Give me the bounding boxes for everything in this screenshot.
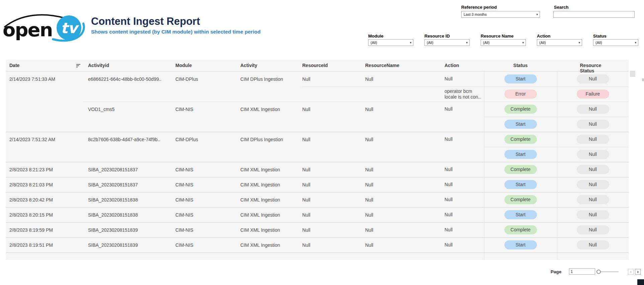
cell-resource-status: Null xyxy=(557,222,629,237)
vertical-scrollbar-thumb[interactable] xyxy=(630,71,635,77)
table-row[interactable]: 2/8/2023 8:19:59 PMSIBA_20230208151839CI… xyxy=(6,222,629,237)
cell-activity: CIM XML Ingestion xyxy=(240,162,300,177)
col-header-status[interactable]: Status xyxy=(513,63,528,68)
table-row[interactable]: operator bcm locale is not con..ErrorFai… xyxy=(6,87,629,102)
cell-resource_id: Null xyxy=(302,132,363,147)
cell-action: Null xyxy=(445,102,483,117)
cell-activityid: SIBA_20230208151838 xyxy=(88,192,173,207)
cell-status: Start xyxy=(484,117,557,132)
resource-status-pill: Null xyxy=(577,240,609,249)
table-header: Date Activityid Module Activity Resource… xyxy=(6,60,629,71)
cell-resource-status: Failure xyxy=(557,87,629,102)
filter-resource-id-dropdown[interactable]: (All) ▾ xyxy=(424,39,470,46)
resource-status-pill: Null xyxy=(577,120,609,129)
cell-status: Complete xyxy=(484,132,557,147)
cell-resource_id: Null xyxy=(302,71,363,87)
reference-period-value: Last 3 months xyxy=(464,12,487,16)
table-row[interactable]: 2/14/2023 7:51:33 AMe6866221-664c-48bb-8… xyxy=(6,71,629,87)
resource-status-pill: Null xyxy=(577,195,609,204)
cell-resource-status: Null xyxy=(557,192,629,207)
cell-status: Complete xyxy=(484,222,557,237)
col-header-activityid[interactable]: Activityid xyxy=(88,63,109,68)
filter-action-value: (All) xyxy=(539,41,546,45)
page-number-input[interactable] xyxy=(569,268,595,275)
cell-resource-status: Null xyxy=(557,132,629,147)
page-title: Content Ingest Report xyxy=(91,15,200,27)
filter-resource-id-label: Resource ID xyxy=(424,34,450,39)
cell-resource_id: Null xyxy=(302,177,363,192)
table-row[interactable]: 2/8/2023 8:21:03 PMSIBA_20230208151837CI… xyxy=(6,177,629,192)
table-row[interactable]: 2/8/2023 8:19:51 PMSIBA_20230208151839CI… xyxy=(6,237,629,252)
next-page-button[interactable]: › xyxy=(635,269,641,275)
cell-resource-status: Null xyxy=(557,177,629,192)
cell-resource-status: Null xyxy=(557,207,629,222)
search-input[interactable] xyxy=(553,11,635,18)
status-pill: Start xyxy=(504,240,537,249)
ingest-table: Date Activityid Module Activity Resource… xyxy=(6,60,629,260)
table-row[interactable]: StartNull xyxy=(6,117,629,132)
cell-resource_name: Null xyxy=(365,192,440,207)
page-slider-knob[interactable] xyxy=(596,270,601,274)
page-subtitle: Shows content ingested (by CIM module) w… xyxy=(91,29,260,35)
cell-resource-status: Null xyxy=(557,117,629,132)
resource-status-pill: Null xyxy=(577,180,609,189)
scrollbar-mark xyxy=(642,78,644,81)
filter-module-dropdown[interactable]: (All) ▾ xyxy=(368,39,413,46)
table-body: 2/14/2023 7:51:33 AMe6866221-664c-48bb-8… xyxy=(6,71,629,252)
cell-resource_id: Null xyxy=(302,192,363,207)
cell-status: Start xyxy=(484,177,557,192)
table-row[interactable]: 2/8/2023 8:21:23 PMSIBA_20230208151837CI… xyxy=(6,162,629,177)
cell-resource_id: Null xyxy=(302,222,363,237)
status-pill: Start xyxy=(504,150,537,159)
cell-date: 2/14/2023 7:51:32 AM xyxy=(9,132,71,147)
col-header-module[interactable]: Module xyxy=(175,63,192,68)
cell-activityid: VOD1_cms5 xyxy=(88,102,173,117)
status-pill: Start xyxy=(504,180,537,189)
col-header-activity[interactable]: Activity xyxy=(240,63,257,68)
page-slider-track[interactable] xyxy=(601,271,619,272)
filter-status-dropdown[interactable]: (All) ▾ xyxy=(593,39,638,46)
table-row[interactable]: StartNull xyxy=(6,147,629,162)
cell-module: CIM-NIS xyxy=(175,207,237,222)
cell-module: CIM-NIS xyxy=(175,177,237,192)
reference-period-dropdown[interactable]: Last 3 months ▾ xyxy=(461,11,540,18)
resource-status-pill: Null xyxy=(577,210,609,219)
chevron-down-icon: ▾ xyxy=(536,11,538,17)
cell-action: Null xyxy=(445,71,483,87)
resource-status-pill: Null xyxy=(577,135,609,144)
table-row[interactable]: VOD1_cms5CIM-NISCIM XML IngestionNullNul… xyxy=(6,102,629,117)
table-row[interactable]: 2/14/2023 7:51:32 AM8c2b7606-638b-4d47-a… xyxy=(6,132,629,147)
cell-status: Start xyxy=(484,207,557,222)
previous-page-button[interactable]: ‹ xyxy=(628,269,634,275)
cell-resource_id: Null xyxy=(302,237,363,252)
cell-status: Complete xyxy=(484,192,557,207)
chevron-down-icon: ▾ xyxy=(635,40,636,46)
cell-resource_id: Null xyxy=(302,162,363,177)
filter-module-label: Module xyxy=(368,34,384,39)
cell-status: Start xyxy=(484,147,557,162)
opentv-logo: open tv xyxy=(3,9,88,43)
status-pill: Start xyxy=(504,210,537,219)
filter-resource-name-dropdown[interactable]: (All) ▾ xyxy=(481,39,526,46)
table-row[interactable]: 2/8/2023 8:20:42 PMSIBA_20230208151838CI… xyxy=(6,192,629,207)
cell-resource_name: Null xyxy=(365,177,440,192)
filter-resource-id-value: (All) xyxy=(427,41,433,45)
filter-action-dropdown[interactable]: (All) ▾ xyxy=(537,39,582,46)
cell-date: 2/8/2023 8:20:42 PM xyxy=(9,192,71,207)
svg-text:open: open xyxy=(3,19,52,41)
status-pill: Start xyxy=(504,120,537,129)
col-header-action[interactable]: Action xyxy=(445,63,459,68)
corner-block xyxy=(637,279,644,285)
cell-resource-status: Null xyxy=(557,237,629,252)
table-row[interactable]: 2/8/2023 8:20:15 PMSIBA_20230208151838CI… xyxy=(6,207,629,222)
col-header-resourcename[interactable]: ResourceName xyxy=(365,63,399,68)
col-header-resourceid[interactable]: ResourceId xyxy=(302,63,328,68)
cell-module: CIM-DPlus xyxy=(175,71,237,87)
search-label: Search xyxy=(554,5,568,10)
col-header-date[interactable]: Date xyxy=(9,63,19,68)
cell-resource-status: Null xyxy=(557,102,629,117)
sort-icon[interactable] xyxy=(76,63,81,69)
cell-activityid: SIBA_20230208151839 xyxy=(88,237,173,252)
chevron-down-icon: ▾ xyxy=(578,40,580,46)
cell-resource_id: Null xyxy=(302,102,363,117)
